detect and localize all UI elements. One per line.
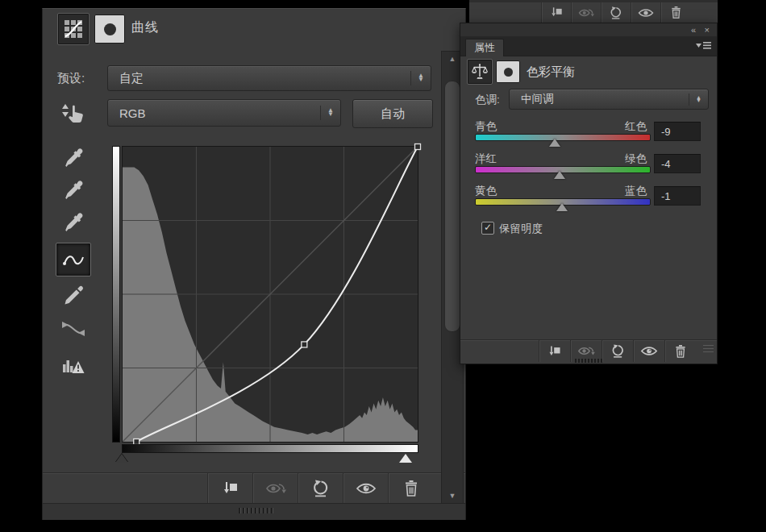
visibility-button[interactable] [343, 473, 388, 503]
slider-thumb[interactable] [554, 171, 565, 179]
scroll-thumb[interactable] [444, 81, 460, 332]
white-point-eyedropper[interactable] [57, 209, 90, 236]
close-panel-icon[interactable]: × [705, 24, 710, 35]
slider-left-label: 青色 [475, 119, 497, 134]
properties-header: 色彩平衡 [460, 56, 717, 85]
eye-icon [638, 7, 654, 19]
properties-panel: « × 属性 色彩平衡 色调: 中间调 [460, 23, 718, 364]
slider-value-input[interactable] [654, 154, 701, 173]
reset-icon [611, 344, 625, 358]
slider-right-label: 红色 [625, 119, 647, 134]
down-arrow-icon: ▼ [418, 78, 424, 82]
reset-button[interactable] [601, 2, 631, 23]
delete-button[interactable] [664, 340, 696, 362]
collapse-panel-icon[interactable]: « [691, 24, 696, 35]
panel-titlebar: « × [460, 23, 717, 36]
eye-arrow-icon [578, 7, 594, 19]
layer-mask-thumbnail[interactable] [94, 15, 125, 44]
mask-vignette [504, 68, 513, 77]
slider-left-label: 洋红 [475, 152, 497, 166]
curve-point-handle [302, 342, 307, 347]
auto-button[interactable]: 自动 [352, 99, 433, 128]
gray-point-eyedropper[interactable] [57, 177, 90, 204]
slider-thumb[interactable] [556, 203, 568, 211]
preset-label: 预设: [57, 71, 85, 86]
background-panel-toolbar [469, 0, 718, 23]
preset-dropdown[interactable]: 自定 ▲ ▼ [107, 65, 431, 91]
curve-point-handle [415, 144, 421, 150]
clip-to-layer-button[interactable] [541, 2, 571, 23]
channel-value: RGB [114, 106, 320, 120]
visibility-button[interactable] [631, 2, 660, 23]
curve-plot[interactable] [122, 146, 418, 443]
draw-curve-pencil-tool[interactable] [57, 281, 90, 310]
balance-scales-icon [471, 63, 489, 81]
shadow-input-slider[interactable] [115, 454, 128, 463]
layer-mask-thumbnail[interactable] [496, 60, 520, 83]
scroll-down-arrow[interactable]: ▼ [442, 492, 463, 500]
curve-plot-svg[interactable] [123, 147, 418, 442]
color-slider-track[interactable] [475, 198, 651, 206]
curves-grid-icon [64, 19, 83, 39]
clip-to-layer-button[interactable] [207, 473, 252, 503]
color-slider-track[interactable] [475, 166, 651, 173]
highlight-input-slider[interactable] [399, 454, 412, 463]
eyedropper-icon [62, 147, 85, 169]
panel-title: 曲线 [131, 19, 159, 36]
channel-dropdown[interactable]: RGB ▲ ▼ [107, 99, 341, 127]
tone-dropdown[interactable]: 中间调 ▲ ▼ [509, 89, 709, 110]
curves-adjustment-panel: 曲线 预设: 自定 ▲ ▼ RGB ▲ ▼ 自动 [42, 8, 466, 520]
auto-button-label: 自动 [381, 106, 405, 122]
point-curve-icon [61, 251, 85, 268]
color-slider-track[interactable] [475, 134, 651, 141]
black-point-eyedropper[interactable] [57, 144, 90, 172]
check-mark: ✓ [484, 222, 492, 233]
tab-properties[interactable]: 属性 [465, 39, 504, 56]
preserve-luminosity-label: 保留明度 [499, 222, 543, 236]
reset-button[interactable] [298, 473, 343, 503]
slider-value-input[interactable] [654, 186, 701, 206]
eyedropper-icon [62, 179, 85, 202]
visibility-button[interactable] [633, 340, 664, 362]
delete-button[interactable] [388, 473, 433, 503]
curve-plot-frame [112, 143, 420, 465]
panel-tab-bar: 属性 [460, 36, 717, 56]
eye-arrow-icon [265, 481, 286, 496]
view-previous-state-button[interactable] [571, 2, 601, 23]
slider-thumb[interactable] [549, 139, 560, 147]
panel-menu-icon[interactable] [696, 40, 712, 51]
edit-points-tool-selected[interactable] [56, 243, 91, 276]
down-arrow-icon: ▼ [696, 99, 701, 102]
clip-to-layer-button[interactable] [539, 340, 570, 362]
input-gradient-bar [122, 444, 418, 453]
smooth-arrows-icon [61, 319, 85, 339]
stepper-arrows-icon[interactable]: ▲ ▼ [410, 71, 424, 85]
preserve-luminosity-checkbox[interactable]: ✓ [481, 222, 494, 235]
drag-grip-dots[interactable] [239, 508, 274, 513]
histogram-accuracy-warning[interactable] [57, 351, 90, 380]
eye-icon [640, 345, 658, 357]
stepper-arrows-icon[interactable]: ▲ ▼ [320, 106, 334, 120]
trash-icon [403, 480, 419, 497]
stepper-arrows-icon[interactable]: ▲ ▼ [689, 94, 701, 106]
reset-icon [610, 6, 622, 19]
pencil-icon [62, 285, 85, 307]
preset-value: 自定 [114, 71, 410, 86]
hand-adjust-icon [60, 102, 88, 126]
eye-icon [356, 481, 377, 496]
drag-grip-dots[interactable] [575, 359, 604, 363]
eye-arrow-icon [577, 345, 595, 357]
adjustment-bottom-toolbar [43, 472, 465, 503]
color-balance-icon-box [467, 59, 493, 85]
reset-button[interactable] [602, 340, 633, 362]
slider-right-label: 绿色 [625, 152, 647, 166]
slider-value-input[interactable] [654, 122, 701, 141]
trash-icon [674, 344, 687, 359]
clip-to-layer-icon [222, 480, 239, 497]
panel-resize-grip[interactable] [703, 345, 714, 355]
delete-button[interactable] [660, 2, 690, 23]
panel-footer-bar [43, 503, 465, 520]
smooth-curve-tool[interactable] [57, 315, 90, 343]
view-previous-state-button[interactable] [252, 473, 298, 503]
targeted-adjustment-tool[interactable] [57, 99, 91, 128]
